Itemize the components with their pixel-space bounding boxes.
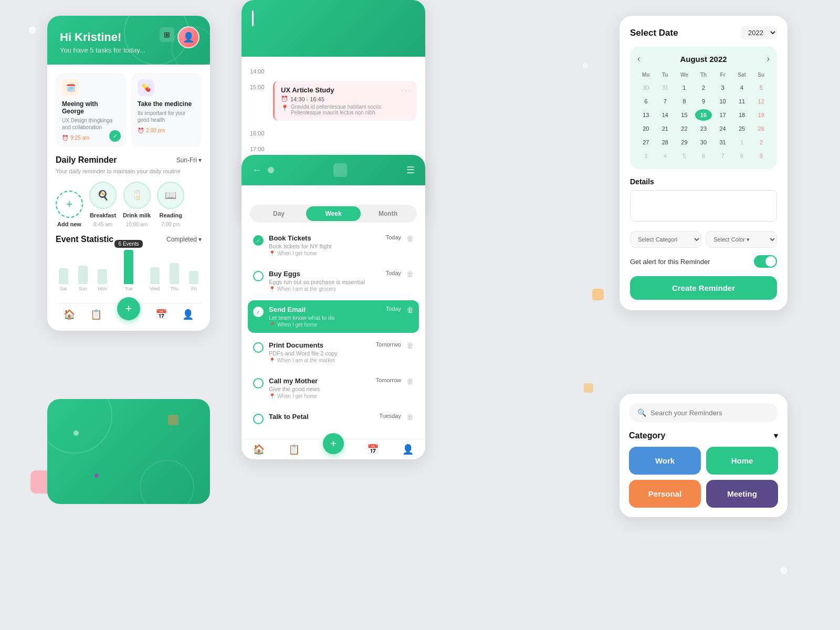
color-select[interactable]: Select Color ▾ xyxy=(706,231,777,248)
nav-list-icon[interactable]: 📋 xyxy=(90,309,102,320)
reminder-delete-4[interactable]: 🗑 xyxy=(406,377,414,385)
search-input[interactable] xyxy=(650,409,770,417)
reminder-check-5[interactable] xyxy=(253,414,264,424)
tab-day[interactable]: Day xyxy=(251,206,306,221)
p3-fab-button[interactable]: + xyxy=(323,433,344,454)
reminder-check-2[interactable]: ✓ xyxy=(253,307,264,317)
cal-day-current-17[interactable]: 17 xyxy=(714,109,731,121)
p3-nav-reminders[interactable]: 📋 xyxy=(288,444,300,455)
cal-day-current-1[interactable]: 1 xyxy=(676,82,693,93)
reminders-more-icon[interactable]: ··· xyxy=(406,187,417,198)
cal-day-current-4[interactable]: 4 xyxy=(733,82,751,93)
reminder-delete-0[interactable]: 🗑 xyxy=(406,234,414,243)
cal-day-current-28[interactable]: 28 xyxy=(657,136,674,148)
cal-day-current-9[interactable]: 9 xyxy=(695,96,712,107)
category-home[interactable]: Home xyxy=(706,447,778,475)
cal-day-current-2[interactable]: 2 xyxy=(695,82,712,93)
year-select[interactable]: 2022 2023 xyxy=(741,26,777,39)
cal-day-prev-30[interactable]: 30 xyxy=(637,82,655,93)
cal-day-current-30[interactable]: 30 xyxy=(695,136,712,148)
reminder-check-1[interactable] xyxy=(253,271,264,281)
cal-day-next-2[interactable]: 2 xyxy=(752,136,770,148)
cal-day-next-3[interactable]: 3 xyxy=(637,150,655,162)
cal-day-current-7[interactable]: 7 xyxy=(657,96,674,107)
reminder-row-3[interactable]: Print DocumentsPDFs and Word file 2 copy… xyxy=(248,336,419,369)
bar-col-tue[interactable]: 6 EventsTue xyxy=(114,240,143,291)
prev-month-button[interactable]: ‹ xyxy=(637,54,640,64)
cal-day-current-14[interactable]: 14 xyxy=(657,109,674,121)
reminder-delete-3[interactable]: 🗑 xyxy=(406,341,414,350)
cal-day-current-21[interactable]: 21 xyxy=(657,123,674,134)
reminder-row-2[interactable]: ✓Send EmailLet team know what to do📍 Whe… xyxy=(248,300,419,333)
reminder-delete-2[interactable]: 🗑 xyxy=(406,306,414,314)
bar-col-fri[interactable]: Fri xyxy=(186,271,202,291)
cal-day-current-25[interactable]: 25 xyxy=(733,123,751,134)
bar-col-mon[interactable]: Mon xyxy=(94,269,110,291)
add-reminder-icon[interactable]: + xyxy=(56,191,83,218)
notification-icon[interactable]: ⊞ xyxy=(160,27,174,42)
cal-day-next-7[interactable]: 7 xyxy=(714,150,731,162)
cal-day-current-13[interactable]: 13 xyxy=(637,109,655,121)
cal-day-current-20[interactable]: 20 xyxy=(637,123,655,134)
event-more-icon[interactable]: ··· xyxy=(402,86,412,96)
cal-day-current-10[interactable]: 10 xyxy=(714,96,731,107)
cal-day-current-27[interactable]: 27 xyxy=(637,136,655,148)
cal-day-current-3[interactable]: 3 xyxy=(714,82,731,93)
nav-home-icon[interactable]: 🏠 xyxy=(64,309,75,320)
category-select[interactable]: Select Categori xyxy=(630,231,701,248)
cal-day-current-29[interactable]: 29 xyxy=(676,136,693,148)
cal-day-current-23[interactable]: 23 xyxy=(695,123,712,134)
user-avatar[interactable]: 👤 xyxy=(177,26,200,48)
create-reminder-button[interactable]: Create Reminder xyxy=(630,276,777,300)
cal-day-current-5[interactable]: 5 xyxy=(752,82,770,93)
cal-day-current-15[interactable]: 15 xyxy=(676,109,693,121)
reminder-check-3[interactable] xyxy=(253,342,264,353)
reminder-row-4[interactable]: Call my MotherGive the good news📍 When I… xyxy=(248,372,419,404)
event-stat-filter[interactable]: Completed ▾ xyxy=(166,236,202,243)
bar-col-wed[interactable]: Wed xyxy=(147,267,162,291)
cal-day-next-4[interactable]: 4 xyxy=(657,150,674,162)
cal-day-current-31[interactable]: 31 xyxy=(714,136,731,148)
cal-day-next-1[interactable]: 1 xyxy=(733,136,751,148)
nav-calendar-icon[interactable]: 📅 xyxy=(155,309,167,320)
category-personal[interactable]: Personal xyxy=(629,480,701,508)
p3-nav-home[interactable]: 🏠 xyxy=(253,444,265,455)
cal-day-next-9[interactable]: 9 xyxy=(752,150,770,162)
reminder-delete-1[interactable]: 🗑 xyxy=(406,270,414,278)
cal-day-current-6[interactable]: 6 xyxy=(637,96,655,107)
cal-day-current-19[interactable]: 19 xyxy=(752,109,770,121)
nav-profile-icon[interactable]: 👤 xyxy=(182,309,194,320)
reminder-row-0[interactable]: ✓Book TicketsBook tickets for NY flight📍… xyxy=(248,229,419,261)
cal-day-next-8[interactable]: 8 xyxy=(733,150,751,162)
event-card-ux[interactable]: UX Article Study ⏰ 14:30 - 16:45 📍 Gravi… xyxy=(273,81,417,121)
cal-day-current-18[interactable]: 18 xyxy=(733,109,751,121)
back-icon[interactable]: ← xyxy=(252,165,261,176)
reminder-item-breakfast[interactable]: 🍳 Breakfast 8:45 am xyxy=(89,182,117,227)
fab-add-button[interactable]: + xyxy=(117,297,140,320)
p3-nav-profile[interactable]: 👤 xyxy=(402,444,414,455)
cal-day-prev-31[interactable]: 31 xyxy=(657,82,674,93)
tab-month[interactable]: Month xyxy=(361,206,415,221)
details-textarea[interactable] xyxy=(630,190,777,222)
bar-col-sun[interactable]: Sun xyxy=(75,266,90,291)
cal-day-current-12[interactable]: 12 xyxy=(752,96,770,107)
p3-nav-calendar[interactable]: 📅 xyxy=(367,444,379,455)
menu-icon[interactable]: ☰ xyxy=(406,164,415,176)
cal-day-current-24[interactable]: 24 xyxy=(714,123,731,134)
reminder-item-reading[interactable]: 📖 Reading 7:00 pm xyxy=(157,182,184,227)
reminder-row-1[interactable]: Buy EggsEggs run out so purchase is esse… xyxy=(248,265,419,297)
category-work[interactable]: Work xyxy=(629,447,701,475)
reminder-check-0[interactable]: ✓ xyxy=(253,235,264,246)
task-card-medicine[interactable]: 💊 Take the medicine Its important for yo… xyxy=(131,73,202,147)
reminder-check-4[interactable] xyxy=(253,378,264,388)
cal-day-current-22[interactable]: 22 xyxy=(676,123,693,134)
cal-day-next-5[interactable]: 5 xyxy=(676,150,693,162)
bar-col-sat[interactable]: Sat xyxy=(56,268,71,291)
cal-day-current-26[interactable]: 26 xyxy=(752,123,770,134)
alert-toggle[interactable] xyxy=(754,255,777,268)
reminder-delete-5[interactable]: 🗑 xyxy=(406,413,414,421)
cal-day-current-11[interactable]: 11 xyxy=(733,96,751,107)
task-card-meeting[interactable]: 🗓️ Meeing with George UX Design thingkin… xyxy=(56,73,126,147)
bar-col-thu[interactable]: Thu xyxy=(167,263,182,291)
reminder-item-milk[interactable]: 🥛 Drink milk 10:00 am xyxy=(123,182,151,227)
